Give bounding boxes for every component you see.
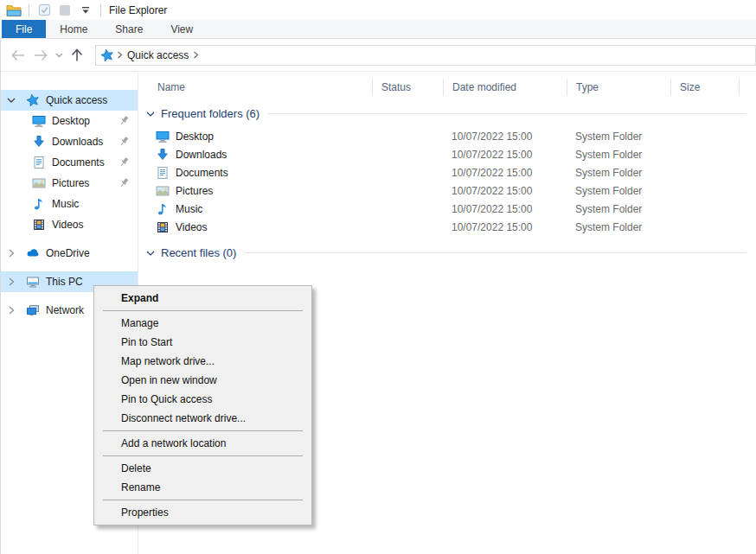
this-pc-icon: [26, 275, 40, 289]
music-icon: [156, 202, 170, 216]
chevron-down-icon[interactable]: [146, 111, 155, 118]
videos-icon: [32, 218, 46, 232]
column-header-type[interactable]: Type: [567, 79, 670, 96]
menu-item-expand[interactable]: Expand: [94, 289, 311, 308]
ribbon-tab-bar: File Home Share View: [0, 20, 756, 39]
chevron-right-icon[interactable]: [5, 249, 17, 258]
sidebar-item-downloads[interactable]: Downloads: [0, 131, 138, 152]
downloads-icon: [32, 135, 46, 149]
address-bar[interactable]: Quick access: [95, 45, 756, 66]
column-header-name[interactable]: Name: [138, 79, 372, 96]
menu-separator: [103, 430, 303, 431]
sidebar-item-label: Pictures: [52, 177, 119, 189]
navigation-bar: Quick access: [0, 39, 756, 72]
menu-item-pin-to-start[interactable]: Pin to Start: [94, 333, 311, 352]
window-title: File Explorer: [109, 4, 167, 16]
title-bar: File Explorer: [0, 0, 756, 20]
menu-separator: [103, 455, 303, 456]
breadcrumb-item[interactable]: Quick access: [127, 49, 189, 61]
group-header-frequent-folders[interactable]: Frequent folders (6): [138, 105, 756, 122]
recent-locations-chevron-icon[interactable]: [52, 44, 66, 67]
file-row-music[interactable]: Music 10/07/2022 15:00 System Folder: [138, 200, 756, 218]
menu-item-manage[interactable]: Manage: [94, 314, 311, 333]
file-type: System Folder: [567, 185, 670, 197]
column-header-date-modified[interactable]: Date modified: [443, 79, 567, 96]
qat-customize-dropdown-icon[interactable]: [78, 3, 93, 18]
onedrive-icon: [26, 246, 40, 260]
pin-icon: [119, 177, 131, 189]
chevron-down-icon[interactable]: [146, 251, 155, 257]
sidebar-item-label: Quick access: [46, 94, 138, 106]
sidebar-item-label: Videos: [52, 219, 138, 231]
desktop-icon: [156, 130, 170, 143]
menu-item-open-in-new-window[interactable]: Open in new window: [94, 371, 311, 390]
file-date-modified: 10/07/2022 15:00: [443, 203, 567, 215]
qat-newfolder-icon[interactable]: [57, 3, 73, 18]
sidebar-item-pictures[interactable]: Pictures: [0, 173, 138, 194]
videos-icon: [156, 220, 170, 234]
file-type: System Folder: [567, 203, 670, 215]
chevron-down-icon[interactable]: [5, 98, 17, 104]
tab-file[interactable]: File: [2, 20, 46, 38]
column-header-status[interactable]: Status: [372, 79, 443, 96]
sidebar-item-label: Downloads: [52, 136, 119, 148]
file-type: System Folder: [567, 149, 670, 161]
pin-icon: [119, 115, 131, 127]
menu-item-map-network-drive[interactable]: Map network drive...: [94, 352, 311, 371]
window-left-border: [0, 40, 1, 554]
breadcrumb-chevron-icon[interactable]: [193, 51, 199, 59]
quick-access-star-icon: [26, 93, 40, 107]
desktop-icon: [32, 114, 46, 128]
file-row-downloads[interactable]: Downloads 10/07/2022 15:00 System Folder: [138, 145, 756, 163]
tab-home[interactable]: Home: [46, 20, 101, 38]
menu-item-disconnect-network-drive[interactable]: Disconnect network drive...: [94, 409, 311, 428]
sidebar-item-label: Music: [52, 198, 138, 210]
qat-properties-icon[interactable]: [36, 3, 52, 18]
group-header-recent-files[interactable]: Recent files (0): [138, 244, 756, 261]
downloads-icon: [156, 148, 170, 162]
file-name: Documents: [176, 167, 228, 179]
sidebar-item-desktop[interactable]: Desktop: [0, 111, 138, 131]
network-icon: [26, 303, 40, 317]
breadcrumb-chevron-icon: [117, 51, 123, 59]
sidebar-item-label: Desktop: [52, 115, 119, 127]
back-icon[interactable]: [7, 44, 29, 67]
tab-share[interactable]: Share: [101, 20, 157, 38]
sidebar-item-videos[interactable]: Videos: [0, 214, 138, 235]
file-name: Music: [176, 203, 202, 215]
group-header-label: Frequent folders (6): [161, 107, 259, 120]
documents-icon: [32, 156, 46, 169]
group-header-rule: [268, 113, 746, 114]
file-name: Videos: [176, 221, 207, 233]
menu-item-delete[interactable]: Delete: [94, 459, 311, 478]
sidebar-item-label: Documents: [52, 156, 119, 169]
file-type: System Folder: [567, 167, 670, 179]
sidebar-item-onedrive[interactable]: OneDrive: [0, 243, 138, 264]
file-row-documents[interactable]: Documents 10/07/2022 15:00 System Folder: [138, 163, 756, 181]
sidebar-item-documents[interactable]: Documents: [0, 152, 138, 173]
file-name: Downloads: [176, 149, 227, 161]
menu-item-pin-to-quick-access[interactable]: Pin to Quick access: [94, 390, 311, 409]
quick-access-star-icon: [100, 48, 114, 62]
pictures-icon: [156, 184, 170, 198]
file-explorer-logo-icon: [6, 3, 22, 18]
chevron-right-icon[interactable]: [5, 306, 17, 315]
menu-item-add-network-location[interactable]: Add a network location: [94, 434, 311, 453]
up-icon[interactable]: [66, 44, 88, 67]
forward-icon[interactable]: [29, 44, 52, 67]
file-date-modified: 10/07/2022 15:00: [443, 131, 567, 143]
menu-item-rename[interactable]: Rename: [94, 478, 311, 497]
file-row-desktop[interactable]: Desktop 10/07/2022 15:00 System Folder: [138, 127, 756, 145]
file-row-videos[interactable]: Videos 10/07/2022 15:00 System Folder: [138, 218, 756, 236]
chevron-right-icon[interactable]: [5, 277, 17, 286]
titlebar-divider: [29, 4, 29, 16]
tab-view[interactable]: View: [157, 20, 207, 38]
menu-separator: [103, 500, 303, 500]
menu-item-properties[interactable]: Properties: [94, 503, 311, 522]
file-name: Pictures: [176, 185, 213, 197]
sidebar-item-quick-access[interactable]: Quick access: [0, 90, 138, 111]
sidebar-item-music[interactable]: Music: [0, 194, 138, 214]
pictures-icon: [32, 176, 46, 190]
column-header-size[interactable]: Size: [670, 79, 740, 96]
file-row-pictures[interactable]: Pictures 10/07/2022 15:00 System Folder: [138, 181, 756, 200]
